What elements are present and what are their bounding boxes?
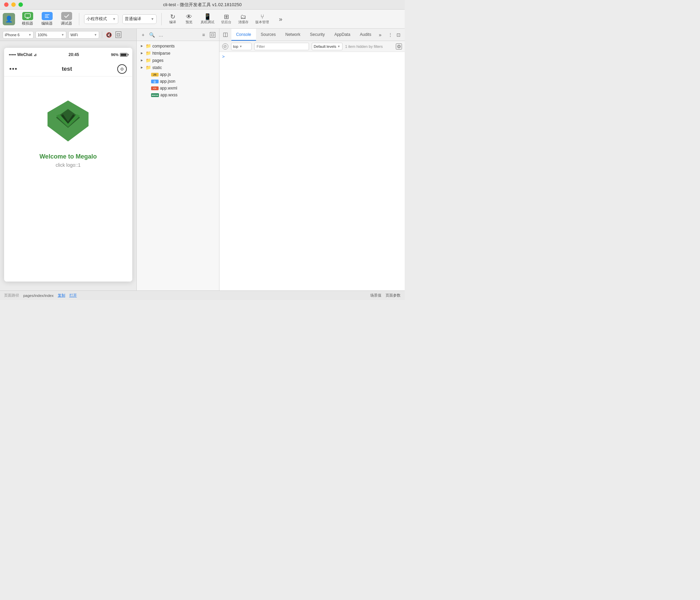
nav-title: test [62,66,72,72]
folder-icon: 📁 [146,43,151,49]
file-name: app.json [160,79,175,84]
tab-audits[interactable]: Audits [355,29,376,41]
devtools-more-button[interactable]: » [376,29,384,41]
realtest-label: 真机调试 [201,20,214,25]
toolbar-sep-1 [79,13,79,25]
preview-button[interactable]: 👁 预览 [181,13,197,25]
close-button[interactable] [4,2,9,7]
maximize-button[interactable] [18,2,23,7]
tab-network[interactable]: Network [281,29,305,41]
more-icon: » [379,32,381,38]
device-zoom-text: 100% [38,33,60,37]
list-item[interactable]: wxss app.wxss [137,92,219,98]
tab-security[interactable]: Security [305,29,329,41]
device-network-text: WiFi [70,33,93,37]
nav-circle-icon: ⊙ [120,67,124,71]
editor-button[interactable]: 编辑器 [38,11,56,27]
device-expand-button[interactable]: ⊡ [115,31,122,39]
nav-circle-button[interactable]: ⊙ [117,64,127,74]
device-model-select[interactable]: iPhone 6 ▼ [3,31,33,39]
level-text: Default levels [314,44,336,49]
scene-button[interactable]: 场景值 [370,293,381,298]
iphone-status-bar: ••••• WeChat ⊿ 20:45 96% [4,48,132,62]
more-button[interactable]: » [273,15,288,23]
avatar: 👤 [3,13,15,25]
console-filter-input[interactable] [254,43,309,50]
list-item[interactable]: ▶ 📁 pages [137,57,219,64]
version-icon: ⑂ [260,14,264,20]
folder-name: htmlparse [152,51,171,56]
cutback-button[interactable]: ⊞ 切后台 [218,13,234,25]
filetree-add-button[interactable]: + [139,31,147,39]
compile-select-text: 普通编译 [125,16,151,22]
copy-link[interactable]: 复制 [58,293,65,298]
mode-select[interactable]: 小程序模式 ▼ [84,14,118,24]
minimize-button[interactable] [11,2,16,7]
device-zoom-select[interactable]: 100% ▼ [36,31,66,39]
megalo-logo[interactable] [44,97,92,145]
mode-select-arrow: ▼ [112,17,116,21]
filetree-search-button[interactable]: 🔍 [148,31,156,39]
realtest-button[interactable]: 📱 真机调试 [198,13,217,25]
simulator-button[interactable]: 模拟器 [18,11,37,27]
filetree-panel: + 🔍 … ≡ ⊡ ▶ 📁 components [137,29,219,290]
tab-appdata[interactable]: AppData [329,29,355,41]
list-icon: ≡ [202,32,205,38]
gear-icon: ⚙ [397,44,401,49]
filetree-list-button[interactable]: ≡ [200,31,207,39]
level-arrow: ▼ [337,45,340,48]
more-icon: … [159,32,163,38]
open-link[interactable]: 打开 [69,293,77,298]
device-sep [102,31,102,38]
clearcache-button[interactable]: 🗂 清缓存 [235,13,251,25]
toolbar: 👤 模拟器 编辑器 调试器 小程序模式 ▼ 普通编译 ▼ ↻ 编译 👁 预览 [0,10,405,29]
device-panel: iPhone 6 ▼ 100% ▼ WiFi ▼ 🔇 ⊡ [0,29,137,290]
simulator-label: 模拟器 [22,21,33,26]
iphone-frame: ••••• WeChat ⊿ 20:45 96% [4,48,132,282]
tab-inspector[interactable]: ◫ [219,29,231,41]
welcome-text: Welcome to Megalo [39,153,97,160]
no-icon: ⊘ [223,44,227,49]
devtools-menu-button[interactable]: ⋮ [387,31,394,38]
devtools-tabs: ◫ Console Sources Network Security AppDa… [219,29,405,41]
compile-select[interactable]: 普通编译 ▼ [122,14,157,24]
filetree-more-button[interactable]: … [157,31,165,39]
filetree-expand-button[interactable]: ⊡ [209,31,216,39]
version-button[interactable]: ⑂ 版本管理 [253,13,272,25]
console-level-select[interactable]: Default levels ▼ [312,43,342,50]
list-item[interactable]: JS app.js [137,71,219,78]
add-icon: + [142,32,145,38]
file-name: app.js [160,72,171,77]
iphone-nav-bar: test ⊙ [4,62,132,77]
list-item[interactable]: ▶ 📁 static [137,64,219,71]
console-prompt[interactable]: > [222,54,402,59]
list-item[interactable]: <> app.wxml [137,85,219,92]
list-item[interactable]: {} app.json [137,78,219,85]
click-text: click logo::1 [56,162,81,168]
console-context-select[interactable]: top ▼ [231,43,252,50]
preview-label: 预览 [186,20,192,25]
window-controls [4,2,23,7]
device-zoom-arrow: ▼ [61,33,64,37]
compile-button[interactable]: ↻ 编译 [165,13,180,25]
iphone-battery: 96% [111,53,127,57]
folder-name: static [152,65,162,70]
folder-icon: 📁 [146,65,151,70]
folder-name: components [152,44,175,49]
console-gear-button[interactable]: ⚙ [396,43,402,50]
params-button[interactable]: 页面参数 [386,293,401,298]
console-no-button[interactable]: ⊘ [222,43,228,50]
devtools-undock-button[interactable]: ⊡ [395,31,402,38]
version-label: 版本管理 [255,20,269,25]
debugger-button[interactable]: 调试器 [57,11,76,27]
device-sound-button[interactable]: 🔇 [105,31,112,39]
tab-sources[interactable]: Sources [256,29,281,41]
debugger-label: 调试器 [61,21,72,26]
expand-icon: ⊡ [116,31,121,38]
list-item[interactable]: ▶ 📁 components [137,42,219,50]
tab-console[interactable]: Console [231,29,256,41]
appdata-label: AppData [334,32,350,37]
device-network-select[interactable]: WiFi ▼ [68,31,99,39]
context-arrow: ▼ [239,45,242,48]
list-item[interactable]: ▶ 📁 htmlparse [137,50,219,57]
